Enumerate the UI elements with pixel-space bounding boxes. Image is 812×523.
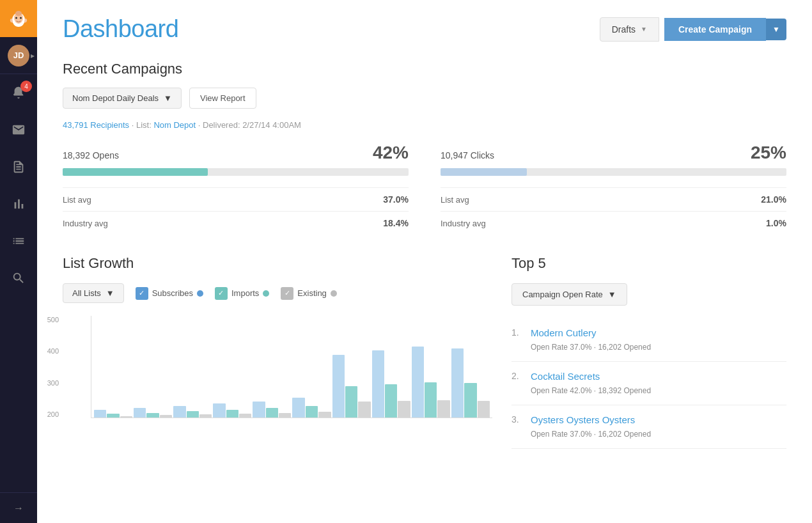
imports-label: Imports <box>231 288 259 298</box>
list-growth-chart: 500 400 300 200 <box>63 316 492 444</box>
bar-blue <box>412 347 424 418</box>
svg-point-2 <box>15 17 17 19</box>
y-label-400: 400 <box>38 347 59 355</box>
opens-industry-avg-label: Industry avg <box>63 219 108 228</box>
bar-gray <box>120 416 132 418</box>
avatar-expand-icon: ▶ <box>31 52 35 58</box>
all-lists-chevron-icon: ▼ <box>106 288 114 298</box>
bar-gray <box>160 415 172 418</box>
drafts-chevron-icon: ▼ <box>641 26 647 33</box>
opens-list-avg-row: List avg 37.0% <box>63 187 409 211</box>
existing-checkbox-group: ✓ Existing <box>281 287 337 300</box>
meta-separator-1: · List: <box>132 120 154 130</box>
sidebar-item-search[interactable] <box>0 260 37 297</box>
sidebar-item-notifications[interactable]: 4 <box>0 74 37 111</box>
existing-dot-icon <box>331 290 337 297</box>
top5-item: 3. Oysters Oysters Oysters Open Rate 37.… <box>511 405 786 449</box>
bar-teal <box>266 408 278 418</box>
bottom-panels: List Growth All Lists ▼ ✓ Subscribes ✓ I… <box>63 255 786 449</box>
drafts-button[interactable]: Drafts ▼ <box>600 17 659 42</box>
y-label-200: 200 <box>38 410 59 418</box>
notification-badge: 4 <box>20 81 32 92</box>
bar-blue <box>94 410 106 418</box>
sidebar: JD ▶ 4 → <box>0 0 37 523</box>
campaign-name-label: Nom Depot Daily Deals <box>72 93 159 103</box>
all-lists-label: All Lists <box>72 288 101 298</box>
list-growth-section: List Growth All Lists ▼ ✓ Subscribes ✓ I… <box>63 255 492 449</box>
list-icon <box>12 234 26 248</box>
imports-checkbox-group: ✓ Imports <box>215 287 269 300</box>
sidebar-item-reports[interactable] <box>0 148 37 185</box>
bar-group <box>173 406 212 418</box>
top5-item-name[interactable]: Cocktail Secrets <box>531 371 651 382</box>
top5-controls: Campaign Open Rate ▼ <box>511 283 786 306</box>
top5-item-num: 1. <box>511 327 523 352</box>
top5-item-sub: Open Rate 37.0% · 16,202 Opened <box>531 343 651 352</box>
y-label-500: 500 <box>38 316 59 324</box>
top5-item-content: Oysters Oysters Oysters Open Rate 37.0% … <box>531 414 651 439</box>
top5-title: Top 5 <box>511 255 786 272</box>
recent-campaigns-title: Recent Campaigns <box>63 61 786 77</box>
bar-group <box>253 402 291 418</box>
bar-blue <box>292 398 304 418</box>
create-campaign-button[interactable]: Create Campaign <box>664 18 766 41</box>
subscribes-checkbox[interactable]: ✓ <box>136 287 148 300</box>
existing-label: Existing <box>297 288 327 298</box>
bar-gray <box>358 402 370 418</box>
header: Dashboard Drafts ▼ Create Campaign ▼ <box>63 15 786 43</box>
document-icon <box>12 160 26 174</box>
existing-checkbox[interactable]: ✓ <box>281 287 293 300</box>
top5-item-name[interactable]: Modern Cutlery <box>531 327 651 338</box>
sidebar-item-analytics[interactable] <box>0 185 37 222</box>
bar-group <box>451 348 490 418</box>
imports-checkbox[interactable]: ✓ <box>215 287 228 300</box>
opens-stat-block: 18,392 Opens 42% List avg 37.0% Industry… <box>63 143 409 235</box>
bar-teal <box>146 413 159 418</box>
header-actions: Drafts ▼ Create Campaign ▼ <box>600 17 786 42</box>
opens-industry-avg-row: Industry avg 18.4% <box>63 211 409 235</box>
bar-group <box>134 408 172 418</box>
clicks-list-avg-row: List avg 21.0% <box>441 187 786 211</box>
create-campaign-more-button[interactable]: ▼ <box>766 19 786 40</box>
imports-dot-icon <box>263 290 269 297</box>
y-label-300: 300 <box>38 379 59 387</box>
bar-blue <box>134 408 146 418</box>
bar-gray <box>199 414 212 418</box>
campaign-open-rate-label: Campaign Open Rate <box>522 290 603 299</box>
top5-section: Top 5 Campaign Open Rate ▼ 1. Modern Cut… <box>511 255 786 449</box>
view-report-button[interactable]: View Report <box>189 88 256 109</box>
top5-item-name[interactable]: Oysters Oysters Oysters <box>531 414 651 425</box>
clicks-industry-avg-row: Industry avg 1.0% <box>441 211 786 235</box>
opens-label: 18,392 Opens <box>63 150 119 160</box>
svg-point-3 <box>20 17 22 19</box>
more-icon: ▼ <box>772 25 780 34</box>
all-lists-button[interactable]: All Lists ▼ <box>63 283 124 303</box>
sidebar-collapse-button[interactable]: → <box>0 492 37 523</box>
campaign-open-rate-button[interactable]: Campaign Open Rate ▼ <box>511 283 627 306</box>
bar-teal <box>385 384 397 418</box>
search-icon <box>12 271 26 285</box>
campaign-select-button[interactable]: Nom Depot Daily Deals ▼ <box>63 88 182 109</box>
clicks-label: 10,947 Clicks <box>441 150 494 160</box>
bar-blue <box>451 348 464 418</box>
logo-icon <box>7 7 30 30</box>
bar-gray <box>437 400 449 418</box>
user-avatar[interactable]: JD ▶ <box>0 37 37 74</box>
bar-blue <box>332 355 345 418</box>
subscribes-checkbox-group: ✓ Subscribes <box>136 287 203 300</box>
sidebar-item-lists[interactable] <box>0 222 37 260</box>
clicks-progress-bg <box>441 168 786 176</box>
opens-industry-avg-value: 18.4% <box>383 218 409 228</box>
bar-teal <box>187 411 199 418</box>
campaign-meta: 43,791 Recipients · List: Nom Depot · De… <box>63 120 786 130</box>
top5-item-num: 2. <box>511 371 523 396</box>
top5-item-content: Modern Cutlery Open Rate 37.0% · 16,202 … <box>531 327 651 352</box>
bar-blue <box>173 406 185 418</box>
recipients-link[interactable]: 43,791 Recipients <box>63 120 129 130</box>
bar-teal <box>464 383 476 418</box>
envelope-icon <box>12 123 26 137</box>
list-link[interactable]: Nom Depot <box>153 120 196 130</box>
top5-item-sub: Open Rate 37.0% · 16,202 Opened <box>531 430 651 439</box>
opens-list-avg-label: List avg <box>63 195 91 205</box>
sidebar-item-campaigns[interactable] <box>0 111 37 148</box>
